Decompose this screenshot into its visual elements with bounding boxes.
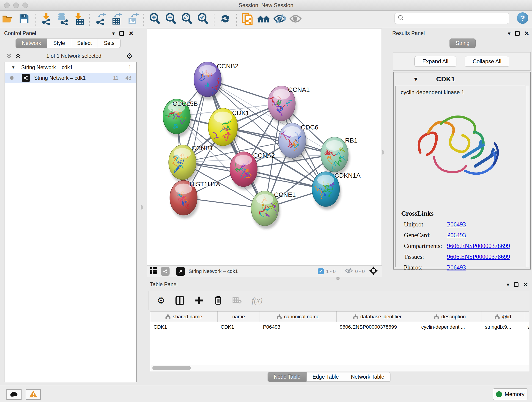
network-node-label[interactable]: CDKN1A — [335, 172, 361, 179]
crosslink-link[interactable]: P06493 — [447, 221, 466, 228]
tab-style[interactable]: Style — [47, 38, 71, 48]
results-vertical-scrollbar[interactable] — [526, 86, 529, 267]
network-node-label[interactable]: CDC25B — [172, 100, 198, 107]
export-table-button[interactable] — [109, 12, 125, 26]
collection-caret-icon[interactable]: ▼ — [11, 65, 15, 70]
table-cell[interactable]: P06493 — [260, 322, 336, 332]
import-table-button[interactable] — [70, 12, 86, 26]
tab-network[interactable]: Network — [16, 38, 47, 48]
export-image-button[interactable] — [125, 12, 141, 26]
table-cell[interactable]: 9606.ENSP00000378699 — [336, 322, 418, 332]
network-node-label[interactable]: CCNA1 — [288, 86, 310, 93]
network-node-label[interactable]: RB1 — [345, 137, 357, 144]
network-node-label[interactable]: CCNB2 — [217, 63, 239, 70]
crosslink-link[interactable]: 9606.ENSP00000378699 — [447, 253, 510, 260]
network-graph[interactable]: CCNB2CCNA1CDC25BCDK1CDC6RB1CCNB1CCNA2CDK… — [147, 29, 382, 265]
network-row[interactable]: String Network – cdk1 11 48 — [5, 73, 136, 83]
column-header[interactable]: database identifier — [336, 312, 418, 322]
import-network-from-database-button[interactable] — [54, 12, 70, 26]
memory-button[interactable]: Memory — [493, 389, 527, 400]
network-node-label[interactable]: CCNE1 — [274, 191, 296, 198]
hide-unhide-button[interactable] — [272, 12, 288, 26]
crosslink-link[interactable]: 9606.ENSP00000378699 — [447, 242, 510, 249]
import-network-from-file-button[interactable] — [38, 12, 54, 26]
string-copy-network-button[interactable] — [239, 12, 255, 26]
tab-select[interactable]: Select — [71, 38, 98, 48]
network-options-gear-icon[interactable]: ⚙ — [126, 52, 133, 60]
network-node-label[interactable]: CCNB1 — [191, 145, 213, 152]
crosslink-row: Pharos: P06493 — [401, 264, 510, 271]
export-network-button[interactable] — [93, 12, 109, 26]
close-panel-icon[interactable]: ✕ — [524, 31, 529, 36]
warnings-button[interactable] — [26, 389, 41, 400]
zoom-selected-button[interactable] — [195, 12, 211, 26]
expand-all-button[interactable]: Expand All — [414, 56, 456, 67]
zoom-out-button[interactable] — [163, 12, 179, 26]
column-header[interactable]: namespace — [524, 312, 529, 322]
cloud-icon — [9, 391, 19, 398]
detach-view-icon[interactable] — [176, 267, 185, 276]
network-node-label[interactable]: CDC6 — [301, 124, 318, 131]
string-home-button[interactable] — [255, 12, 272, 26]
scrollbar-thumb[interactable] — [152, 366, 191, 370]
right-splitter-handle[interactable] — [382, 150, 384, 154]
float-panel-icon[interactable] — [119, 31, 124, 36]
hidden-eye-slash-icon[interactable] — [345, 268, 353, 275]
protein-collapse-caret-icon[interactable]: ▼ — [413, 76, 419, 82]
column-header[interactable]: shared name — [150, 312, 217, 322]
crosslink-link[interactable]: P06493 — [447, 232, 466, 239]
split-columns-icon[interactable] — [175, 296, 184, 305]
selected-nodes-checkbox[interactable]: ✓ — [318, 268, 324, 274]
table-settings-gear-icon[interactable]: ⚙ — [157, 296, 165, 305]
apply-layout-button[interactable] — [217, 12, 233, 26]
network-canvas[interactable]: CCNB2CCNA1CDC25BCDK1CDC6RB1CCNB1CCNA2CDK… — [147, 28, 382, 265]
panel-menu-caret-icon[interactable]: ▾ — [507, 282, 509, 287]
tab-node-table[interactable]: Node Table — [268, 372, 307, 382]
delete-column-trash-icon[interactable] — [214, 296, 222, 305]
left-splitter-handle[interactable] — [141, 205, 143, 210]
panel-menu-caret-icon[interactable]: ▾ — [508, 31, 510, 36]
cloud-status-button[interactable] — [6, 389, 22, 400]
column-header[interactable]: canonical name — [260, 312, 336, 322]
close-panel-icon[interactable]: ✕ — [523, 282, 528, 288]
tab-string[interactable]: String — [450, 38, 476, 48]
column-header[interactable]: description — [418, 312, 482, 322]
column-header[interactable]: name — [217, 312, 260, 322]
grid-view-icon[interactable] — [150, 267, 158, 276]
table-row[interactable]: CDK1 CDK1 P06493 9606.ENSP00000378699 cy… — [150, 322, 529, 332]
search-input[interactable] — [404, 14, 509, 23]
panel-menu-caret-icon[interactable]: ▾ — [112, 31, 115, 36]
collapse-all-networks-icon[interactable] — [6, 52, 12, 59]
tab-network-table[interactable]: Network Table — [345, 372, 390, 382]
zoom-fit-button[interactable] — [179, 12, 195, 26]
protein-header-row[interactable]: ▼ CDK1 — [394, 72, 530, 86]
network-node-label[interactable]: CDK1 — [232, 109, 249, 116]
horizontal-splitter-handle[interactable] — [336, 277, 340, 280]
expand-all-networks-icon[interactable] — [15, 52, 22, 59]
float-panel-icon[interactable] — [514, 282, 519, 287]
help-button[interactable]: ? — [517, 12, 528, 24]
table-cell[interactable]: cyclin-dependent ... — [418, 322, 482, 332]
network-node-label[interactable]: HIST1H1A — [190, 181, 220, 188]
table-cell[interactable]: CDK1 — [150, 322, 217, 332]
save-session-button[interactable] — [16, 12, 32, 26]
crosslink-link[interactable]: P06493 — [447, 264, 466, 271]
column-header[interactable]: @id — [481, 312, 524, 322]
close-panel-icon[interactable]: ✕ — [128, 31, 133, 36]
zoom-in-button[interactable] — [147, 12, 163, 26]
network-node-label[interactable]: CCNA2 — [253, 152, 275, 159]
open-session-button[interactable] — [0, 12, 16, 26]
share-view-icon[interactable] — [161, 267, 170, 276]
collapse-all-button[interactable]: Collapse All — [465, 56, 509, 67]
tab-sets[interactable]: Sets — [98, 38, 120, 48]
show-all-button[interactable] — [288, 12, 304, 26]
add-column-icon[interactable] — [195, 296, 204, 305]
table-horizontal-scrollbar[interactable] — [151, 365, 529, 371]
birds-eye-navigator-icon[interactable] — [369, 266, 378, 276]
table-cell[interactable]: stringdb:9... — [481, 322, 524, 332]
network-collection-row[interactable]: ▼ String Network – cdk1 1 — [5, 62, 136, 73]
table-cell[interactable]: stringdb — [524, 322, 529, 332]
tab-edge-table[interactable]: Edge Table — [307, 372, 345, 382]
table-cell[interactable]: CDK1 — [217, 322, 260, 332]
float-panel-icon[interactable] — [515, 31, 520, 36]
